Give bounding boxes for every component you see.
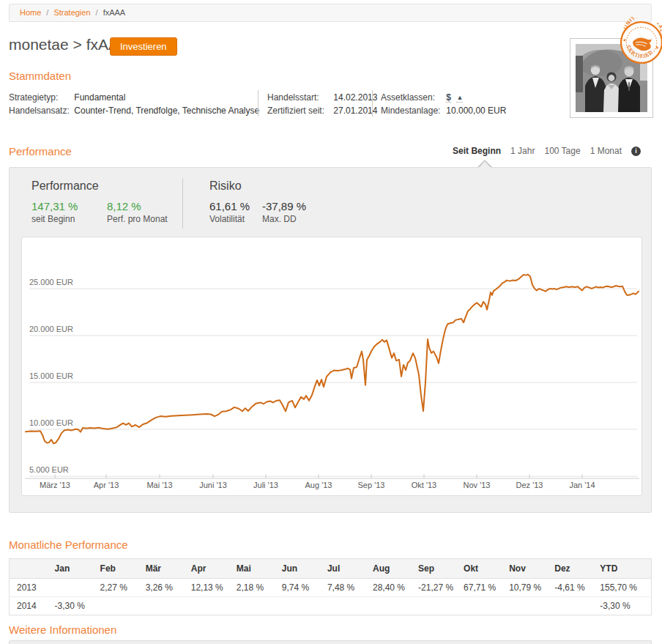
column-header: Mai (229, 559, 275, 579)
table-cell (320, 597, 365, 615)
range-1-jahr[interactable]: 1 Jahr (510, 146, 535, 156)
row-year: 2014 (10, 597, 48, 615)
field-mindestanlage: Mindestanlage: 10.000,00 EUR (381, 104, 506, 117)
svg-text:Sep '13: Sep '13 (358, 481, 385, 489)
divider (372, 90, 373, 116)
table-cell (93, 597, 138, 615)
svg-text:Okt '13: Okt '13 (412, 481, 437, 489)
field-value: Counter-Trend, Trendfolge, Technische An… (74, 106, 259, 116)
svg-text:Apr '13: Apr '13 (94, 481, 119, 489)
svg-text:20.000 EUR: 20.000 EUR (29, 325, 73, 333)
info-icon[interactable]: i (631, 147, 641, 156)
field-label: Strategietyp: (9, 91, 72, 104)
column-header: Jun (275, 559, 320, 579)
column-header: Dez (547, 559, 592, 579)
table-cell (365, 597, 411, 615)
column-header: Feb (93, 559, 138, 579)
stat-label: seit Beginn (31, 214, 75, 224)
field-value: 10.000,00 EUR (446, 106, 506, 116)
svg-text:Nov '13: Nov '13 (464, 481, 491, 489)
table-cell: 7,48 % (320, 579, 365, 597)
table-cell (275, 597, 320, 615)
breadcrumb-link-home[interactable]: Home (20, 8, 41, 17)
range-1-monat[interactable]: 1 Monat (590, 146, 622, 156)
column-header: Mär (138, 559, 184, 579)
svg-text:Dez '13: Dez '13 (516, 481, 543, 489)
column-header: Nov (502, 559, 547, 579)
strategy-detail-page: Home/Strategien/fxAAA monetae > fxAAA In… (0, 0, 662, 644)
table-cell: 10,79 % (502, 579, 547, 597)
performance-chart: 5.000 EUR10.000 EUR15.000 EUR20.000 EUR2… (22, 237, 641, 495)
column-header: Jul (320, 559, 365, 579)
svg-text:10.000 EUR: 10.000 EUR (29, 418, 73, 427)
field-assetklassen: Assetklassen: $ ▲ (381, 91, 466, 104)
table-cell (502, 597, 547, 615)
svg-text:März '13: März '13 (40, 481, 70, 489)
table-row: 20132,27 %3,26 %12,13 %2,18 %9,74 %7,48 … (10, 579, 652, 597)
field-zertifiziert: Zertifiziert seit: 27.01.2014 (267, 104, 377, 117)
stats-risiko-heading: Risiko (209, 179, 242, 193)
table-cell: -21,27 % (411, 579, 456, 597)
range-seit-beginn[interactable]: Seit Beginn (453, 146, 501, 156)
column-header: Okt (456, 559, 502, 579)
divider (182, 178, 183, 229)
column-header: Jan (48, 559, 93, 579)
field-value: 14.02.2013 (333, 92, 377, 103)
range-100-tage[interactable]: 100 Tage (544, 146, 580, 156)
field-label: Zertifiziert seit: (267, 104, 331, 117)
field-strategietyp: Strategietyp: Fundamental (9, 91, 125, 104)
table-cell (138, 597, 184, 615)
table-cell: 28,40 % (365, 579, 411, 597)
breadcrumb: Home/Strategien/fxAAA (9, 4, 652, 22)
field-handelsansatz: Handelsansatz: Counter-Trend, Trendfolge… (9, 104, 259, 117)
field-label: Mindestanlage: (381, 104, 444, 117)
table-cell (229, 597, 275, 615)
monthly-performance-table: JanFebMärAprMaiJunJulAugSepOktNovDezYTD2… (9, 558, 652, 615)
svg-text:Mai '13: Mai '13 (146, 481, 172, 489)
field-label: Assetklassen: (381, 91, 444, 104)
row-year: 2013 (10, 579, 48, 597)
svg-text:Jan '14: Jan '14 (569, 481, 595, 489)
table-cell: 67,71 % (456, 579, 502, 597)
field-value: 27.01.2014 (333, 106, 377, 116)
divider (258, 90, 259, 116)
breadcrumb-link-strategien[interactable]: Strategien (53, 8, 90, 17)
column-header: Apr (184, 559, 229, 579)
performance-heading: Performance (9, 145, 72, 158)
table-row: 2014-3,30 %-3,30 % (10, 597, 652, 615)
table-cell (411, 597, 456, 615)
more-info-heading: Weitere Informationen (9, 623, 116, 636)
selector-notch (479, 161, 491, 168)
table-cell (547, 597, 592, 615)
monthly-performance-heading: Monatliche Performance (9, 538, 128, 551)
table-cell: 155,70 % (592, 579, 651, 597)
svg-text:25.000 EUR: 25.000 EUR (29, 278, 73, 286)
stat-label: Volatilität (209, 214, 245, 224)
column-header: Sep (411, 559, 456, 579)
stat-value-seit-beginn: 147,31 % (31, 200, 78, 212)
stats-performance-heading: Performance (31, 179, 99, 193)
breadcrumb-separator: / (46, 8, 48, 17)
dollar-icon[interactable]: $ (446, 93, 451, 103)
breadcrumb-current: fxAAA (103, 8, 126, 17)
stat-label: Perf. pro Monat (107, 214, 168, 224)
table-cell: -3,30 % (592, 597, 651, 615)
table-cell: -4,61 % (547, 579, 592, 597)
mountain-icon[interactable]: ▲ (456, 93, 463, 103)
table-cell (184, 597, 229, 615)
invest-button[interactable]: Investieren (110, 37, 177, 56)
table-cell: -3,30 % (48, 597, 93, 615)
stammdaten-heading: Stammdaten (9, 70, 71, 82)
chart-box: 5.000 EUR10.000 EUR15.000 EUR20.000 EUR2… (21, 237, 642, 496)
stat-value-volatilitaet: 61,61 % (209, 200, 250, 212)
stat-value-perf-pro-monat: 8,12 % (107, 200, 141, 212)
column-header: Aug (365, 559, 411, 579)
table-cell: 3,26 % (138, 579, 184, 597)
field-handelsstart: Handelsstart: 14.02.2013 (267, 91, 377, 104)
table-cell: 2,27 % (93, 579, 138, 597)
svg-text:5.000 EUR: 5.000 EUR (29, 465, 69, 474)
more-info-panel (9, 640, 652, 644)
svg-text:Juni '13: Juni '13 (199, 481, 227, 489)
table-cell (456, 597, 502, 615)
svg-text:Juli '13: Juli '13 (253, 481, 278, 489)
